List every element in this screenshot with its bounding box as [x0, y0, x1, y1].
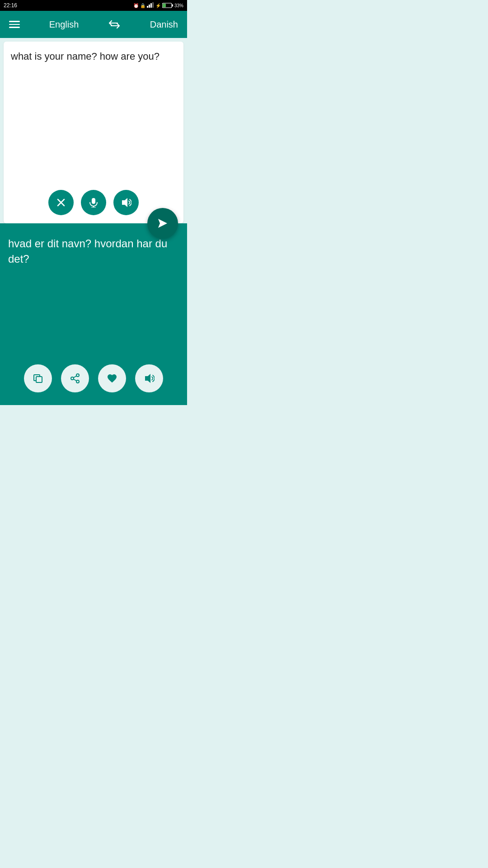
speak-translated-button[interactable] — [135, 364, 163, 392]
battery-icon — [162, 3, 173, 8]
charging-icon: ⚡ — [155, 3, 161, 8]
source-language-button[interactable]: English — [49, 19, 79, 30]
favorite-button[interactable] — [98, 364, 126, 392]
svg-point-15 — [76, 374, 79, 377]
output-actions — [0, 359, 187, 405]
svg-rect-14 — [36, 377, 42, 382]
status-icons: ⏰ 🔒 ⚡ 33% — [133, 2, 183, 9]
menu-button[interactable] — [9, 21, 20, 28]
toolbar: English Danish — [0, 11, 187, 38]
battery-percent: 33% — [174, 3, 183, 8]
clear-button[interactable] — [48, 190, 74, 215]
status-time: 22:16 — [4, 2, 17, 9]
svg-marker-12 — [122, 198, 127, 207]
svg-rect-6 — [172, 5, 173, 7]
output-panel: hvad er dit navn? hvordan har du det? — [0, 223, 187, 405]
svg-line-18 — [74, 379, 77, 381]
alarm-icon: ⏰ — [133, 3, 139, 8]
svg-rect-5 — [163, 4, 166, 7]
microphone-button[interactable] — [81, 190, 106, 215]
svg-marker-20 — [145, 374, 150, 383]
svg-point-17 — [76, 380, 79, 383]
svg-marker-13 — [158, 219, 167, 228]
status-bar: 22:16 ⏰ 🔒 ⚡ 33% — [0, 0, 187, 11]
translate-button[interactable] — [147, 208, 178, 239]
signal-icon — [147, 2, 154, 9]
input-panel — [4, 42, 183, 223]
translated-text: hvad er dit navn? hvordan har du det? — [0, 223, 187, 359]
target-language-button[interactable]: Danish — [150, 19, 178, 30]
svg-point-16 — [71, 377, 74, 380]
time-display: 22:16 — [4, 2, 17, 9]
svg-rect-1 — [149, 5, 150, 8]
svg-line-19 — [74, 376, 77, 378]
svg-rect-3 — [152, 2, 154, 8]
speak-source-button[interactable] — [113, 190, 139, 215]
svg-rect-2 — [150, 3, 152, 8]
sim-icon: 🔒 — [140, 3, 145, 8]
svg-rect-0 — [147, 6, 148, 8]
swap-languages-button[interactable] — [108, 18, 121, 31]
main-content: hvad er dit navn? hvordan har du det? — [0, 38, 187, 405]
copy-button[interactable] — [24, 364, 52, 392]
svg-rect-9 — [92, 198, 95, 204]
share-button[interactable] — [61, 364, 89, 392]
source-text-input[interactable] — [4, 42, 183, 184]
